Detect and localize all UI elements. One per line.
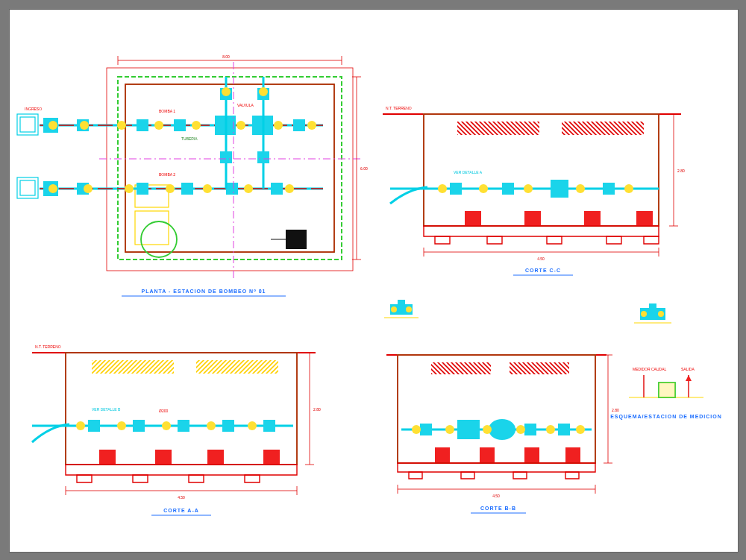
svg-rect-115 bbox=[263, 420, 275, 432]
ann-detalle-a: VER DETALLE A bbox=[454, 170, 483, 174]
svg-rect-113 bbox=[178, 420, 189, 432]
svg-rect-142 bbox=[420, 424, 432, 435]
pipe-run-bottom bbox=[40, 181, 323, 196]
svg-rect-97 bbox=[398, 300, 405, 304]
svg-text:4.50: 4.50 bbox=[537, 257, 545, 261]
svg-rect-50 bbox=[286, 230, 307, 249]
svg-rect-3 bbox=[125, 84, 334, 252]
svg-rect-6 bbox=[135, 211, 169, 245]
svg-rect-72 bbox=[465, 211, 481, 226]
view-corte-cc: VER DETALLE A N.T. TERRENO 4.50 2.80 COR… bbox=[383, 106, 685, 275]
svg-rect-78 bbox=[502, 183, 514, 195]
svg-text:VALVULA: VALVULA bbox=[237, 103, 254, 107]
viewport-frame: 8.00 6.00 BOMBA 1 BOMBA 2 INGRESO VALVUL… bbox=[0, 0, 746, 560]
view-plan: 8.00 6.00 BOMBA 1 BOMBA 2 INGRESO VALVUL… bbox=[17, 54, 368, 296]
svg-rect-16 bbox=[293, 119, 305, 131]
drawing-sheet[interactable]: 8.00 6.00 BOMBA 1 BOMBA 2 INGRESO VALVUL… bbox=[9, 9, 739, 553]
svg-rect-74 bbox=[584, 211, 601, 226]
ann-bomba1: BOMBA 1 bbox=[159, 109, 175, 113]
svg-rect-31 bbox=[226, 183, 238, 195]
dim-plan-h: 6.00 bbox=[360, 166, 368, 171]
svg-text:SALIDA: SALIDA bbox=[681, 367, 695, 371]
title-corte-bb: CORTE B-B bbox=[480, 506, 516, 511]
svg-point-17 bbox=[48, 121, 57, 130]
svg-point-38 bbox=[244, 184, 253, 193]
svg-rect-80 bbox=[603, 183, 615, 195]
svg-rect-43 bbox=[257, 151, 269, 163]
svg-point-35 bbox=[125, 184, 134, 193]
svg-point-24 bbox=[307, 121, 316, 130]
title-corte-cc: CORTE C-C bbox=[525, 268, 561, 273]
svg-text:2.80: 2.80 bbox=[313, 407, 321, 412]
svg-rect-144 bbox=[524, 424, 536, 435]
svg-rect-140 bbox=[565, 447, 580, 462]
svg-rect-2 bbox=[118, 77, 342, 259]
svg-rect-114 bbox=[222, 420, 234, 432]
svg-point-23 bbox=[274, 121, 283, 130]
svg-rect-135 bbox=[431, 362, 491, 374]
svg-text:MEDIDOR CAUDAL: MEDIDOR CAUDAL bbox=[633, 367, 667, 371]
svg-rect-107 bbox=[155, 450, 172, 465]
svg-rect-29 bbox=[137, 183, 148, 195]
dim-plan-w: 8.00 bbox=[222, 54, 230, 59]
svg-rect-4 bbox=[125, 84, 334, 252]
svg-text:Ø200: Ø200 bbox=[159, 409, 168, 413]
svg-point-36 bbox=[166, 184, 175, 193]
svg-point-39 bbox=[285, 184, 294, 193]
view-corte-aa: VER DETALLE B Ø200 N.T. TERRENO 4.50 2.8… bbox=[32, 345, 321, 515]
svg-point-84 bbox=[576, 184, 585, 193]
svg-rect-162 bbox=[649, 303, 656, 308]
svg-point-151 bbox=[576, 425, 585, 434]
svg-rect-136 bbox=[510, 362, 569, 374]
svg-point-22 bbox=[236, 121, 245, 130]
detail-small-top bbox=[384, 300, 419, 318]
svg-text:2.80: 2.80 bbox=[612, 408, 619, 412]
svg-point-19 bbox=[117, 121, 126, 130]
svg-text:4.50: 4.50 bbox=[178, 495, 185, 500]
svg-rect-168 bbox=[659, 383, 675, 397]
svg-rect-109 bbox=[263, 450, 280, 465]
svg-rect-111 bbox=[88, 420, 100, 432]
svg-rect-42 bbox=[220, 151, 232, 163]
svg-rect-104 bbox=[92, 360, 174, 374]
ann-bomba2: BOMBA 2 bbox=[159, 172, 175, 177]
svg-rect-108 bbox=[207, 450, 224, 465]
svg-point-147 bbox=[445, 425, 454, 434]
svg-text:N.T. TERRENO: N.T. TERRENO bbox=[35, 345, 61, 349]
title-plan: PLANTA - ESTACION DE BOMBEO Nº 01 bbox=[142, 289, 266, 294]
svg-point-148 bbox=[483, 425, 492, 434]
svg-point-48 bbox=[222, 87, 231, 96]
svg-rect-137 bbox=[435, 447, 450, 462]
svg-rect-73 bbox=[524, 211, 541, 226]
svg-marker-171 bbox=[686, 375, 692, 381]
svg-rect-14 bbox=[174, 119, 186, 131]
svg-point-150 bbox=[546, 425, 555, 434]
view-corte-bb: 4.50 2.80 CORTE B-B bbox=[386, 355, 619, 513]
svg-rect-70 bbox=[457, 122, 539, 135]
svg-rect-30 bbox=[181, 183, 193, 195]
svg-rect-55 bbox=[20, 117, 35, 132]
svg-text:N.T. TERRENO: N.T. TERRENO bbox=[386, 106, 412, 110]
svg-point-143 bbox=[489, 419, 515, 440]
svg-point-21 bbox=[192, 121, 201, 130]
svg-point-164 bbox=[658, 311, 664, 317]
svg-rect-106 bbox=[99, 450, 116, 465]
view-schema: MEDIDOR CAUDAL SALIDA ESQUEMA/ESTACION D… bbox=[610, 367, 722, 420]
svg-point-146 bbox=[412, 425, 421, 434]
title-schema: ESQUEMA/ESTACION DE MEDICION bbox=[610, 414, 722, 420]
svg-point-119 bbox=[207, 421, 216, 430]
ann-detalle-b: VER DETALLE B bbox=[92, 407, 121, 412]
svg-point-81 bbox=[438, 184, 447, 193]
detail-small-bottom bbox=[634, 303, 671, 323]
svg-point-116 bbox=[76, 421, 85, 430]
pipe-run-top bbox=[40, 116, 323, 135]
svg-point-163 bbox=[641, 311, 647, 317]
svg-point-117 bbox=[117, 421, 126, 430]
cad-canvas[interactable]: 8.00 6.00 BOMBA 1 BOMBA 2 INGRESO VALVUL… bbox=[10, 10, 738, 552]
svg-point-118 bbox=[162, 421, 171, 430]
svg-point-98 bbox=[391, 306, 397, 312]
svg-point-20 bbox=[154, 121, 163, 130]
svg-text:TUBERIA: TUBERIA bbox=[181, 136, 198, 141]
svg-rect-77 bbox=[450, 183, 462, 195]
svg-point-37 bbox=[203, 184, 212, 193]
